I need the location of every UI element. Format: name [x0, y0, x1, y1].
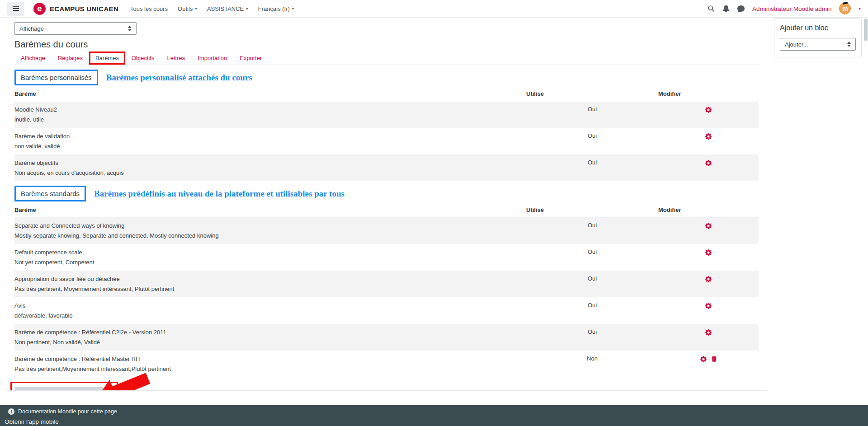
tab-importation[interactable]: Importation: [191, 51, 233, 65]
gear-icon[interactable]: [700, 356, 707, 362]
primary-nav: Tous les cours Outils▾ ASSISTANCE▾ Franç…: [130, 5, 294, 12]
user-menu-caret-icon[interactable]: ▾: [859, 7, 861, 11]
modify-cell: [658, 217, 759, 244]
scale-name-cell: Barème de compétence : Référentiel Maste…: [14, 351, 526, 377]
scale-values: Pas très pertinent, Moyennement intéress…: [14, 285, 526, 293]
scale-name: Moodle Niveau2: [14, 106, 526, 113]
scale-name-cell: Avisdéfavorable, favorable: [14, 297, 526, 324]
scale-name-cell: Default competence scaleNot yet competen…: [14, 244, 526, 271]
gear-icon[interactable]: [705, 249, 712, 256]
notifications-bell-icon[interactable]: [722, 5, 730, 12]
table-row: Barème de compétence : Référentiel C2i2e…: [14, 324, 759, 351]
used-cell: Oui: [526, 324, 658, 351]
add-block-title: Ajouter un bloc: [780, 24, 856, 32]
standard-scales-annotation: Barèmes prédéfinis au niveau de la plate…: [94, 189, 344, 199]
scale-values: inutile, utile: [14, 116, 526, 123]
modify-cell: [658, 101, 759, 128]
scale-values: défavorable, favorable: [14, 312, 526, 319]
course-scales-page: Affichage Barèmes du cours AffichageRégl…: [6, 18, 767, 391]
scale-name: Default competence scale: [14, 248, 526, 256]
trash-icon[interactable]: [711, 356, 717, 362]
moodle-docs-link[interactable]: Documentation Moodle pour cette page: [18, 408, 117, 415]
scale-name-cell: Barème de validationnon validé, validé: [14, 128, 526, 154]
tab-exporter[interactable]: Exporter: [233, 51, 268, 65]
scale-name: Barème objectifs: [14, 159, 526, 167]
hamburger-icon: [13, 8, 19, 9]
gear-icon[interactable]: [705, 160, 712, 166]
chevron-down-icon: ▾: [292, 7, 294, 11]
gear-icon[interactable]: [705, 329, 712, 336]
page-footer: i Documentation Moodle pour cette page O…: [0, 405, 868, 426]
scrollbar-thumb[interactable]: [864, 19, 868, 41]
chevron-down-icon: ▾: [195, 7, 197, 11]
table-row: Separate and Connected ways of knowingMo…: [14, 217, 759, 244]
column-header-modify: Modifier: [658, 88, 759, 101]
search-icon[interactable]: [708, 5, 715, 12]
tab-réglages[interactable]: Réglages: [52, 51, 89, 65]
top-navbar: e ECAMPUS UNICAEN Tous les cours Outils▾…: [0, 0, 868, 18]
table-row: Appropriation du savoir liée ou détachée…: [14, 271, 759, 297]
nav-item-language[interactable]: Français (fr)▾: [258, 5, 294, 12]
display-mode-select[interactable]: Affichage: [14, 22, 137, 35]
add-scale-row: Ajouter un nouveau barème: [14, 382, 759, 391]
standard-scales-heading: Barèmes standards: [14, 186, 86, 201]
scale-name-cell: Barème objectifsNon acquis, en cours d'a…: [14, 154, 526, 181]
standard-scales-section-head: Barèmes standards Barèmes prédéfinis au …: [14, 186, 759, 201]
add-block-panel: Ajouter un bloc Ajouter...: [774, 18, 862, 57]
add-new-scale-button[interactable]: Ajouter un nouveau barème: [15, 387, 103, 391]
avatar[interactable]: m: [839, 3, 851, 14]
tab-affichage[interactable]: Affichage: [14, 51, 52, 65]
select-arrows-icon: [128, 26, 132, 31]
column-header-scale: Barème: [14, 88, 526, 101]
scale-values: Non acquis, en cours d'acquisition, acqu…: [14, 169, 526, 177]
chevron-down-icon: ▾: [246, 7, 248, 11]
table-row: Default competence scaleNot yet competen…: [14, 244, 759, 271]
modify-cell: [658, 324, 759, 351]
nav-item-tools[interactable]: Outils▾: [178, 5, 197, 12]
gear-icon[interactable]: [705, 276, 712, 282]
used-cell: Oui: [526, 217, 658, 244]
table-row: Moodle Niveau2inutile, utileOui: [14, 101, 759, 128]
site-brand[interactable]: e ECAMPUS UNICAEN: [33, 3, 118, 15]
used-cell: Oui: [526, 128, 658, 154]
documentation-row: i Documentation Moodle pour cette page: [0, 408, 868, 415]
column-header-used: Utilisé: [526, 88, 658, 101]
column-header-used: Utilisé: [526, 204, 658, 217]
gear-icon[interactable]: [705, 107, 712, 113]
mobile-app-link[interactable]: Obtenir l'app mobile: [5, 418, 59, 425]
scale-name: Avis: [14, 302, 526, 309]
table-row: Avisdéfavorable, favorableOui: [14, 297, 759, 324]
gear-icon[interactable]: [705, 133, 712, 140]
scale-name-cell: Moodle Niveau2inutile, utile: [14, 101, 526, 128]
gear-icon[interactable]: [705, 223, 712, 229]
gear-icon[interactable]: [705, 303, 712, 309]
add-block-select[interactable]: Ajouter...: [780, 38, 856, 51]
table-row: Barème de validationnon validé, validéOu…: [14, 128, 759, 154]
user-menu-name[interactable]: Administrateur Moodle admin: [752, 5, 832, 12]
modify-cell: [658, 297, 759, 324]
settings-tabs: AffichageRéglagesBarèmesObjectifsLettres…: [14, 51, 759, 65]
scale-name-cell: Separate and Connected ways of knowingMo…: [14, 217, 526, 244]
nav-item-all-courses[interactable]: Tous les cours: [130, 5, 168, 12]
scale-values: Mostly separate knowing, Separate and co…: [14, 232, 526, 239]
scale-name: Appropriation du savoir liée ou détachée: [14, 275, 526, 283]
select-arrows-icon: [847, 42, 851, 47]
nav-item-assistance[interactable]: ASSISTANCE▾: [207, 5, 248, 12]
scale-values: Not yet competent, Competent: [14, 258, 526, 266]
messages-chat-icon[interactable]: [737, 5, 745, 12]
modify-cell: [658, 271, 759, 297]
ecampus-logo-icon: e: [33, 3, 46, 15]
graduation-cap-icon: [843, 2, 848, 5]
scale-name-cell: Barème de compétence : Référentiel C2i2e…: [14, 324, 526, 351]
scale-values: non validé, validé: [14, 142, 526, 150]
red-annotation-frame: Ajouter un nouveau barème: [10, 382, 118, 391]
tab-lettres[interactable]: Lettres: [161, 51, 192, 65]
column-header-modify: Modifier: [658, 204, 759, 217]
tab-barèmes[interactable]: Barèmes: [89, 51, 125, 65]
used-cell: Oui: [526, 297, 658, 324]
scale-values: Non pertinent, Non validé, Validé: [14, 338, 526, 346]
tab-objectifs[interactable]: Objectifs: [125, 51, 161, 65]
info-icon: i: [8, 408, 14, 415]
standard-scales-table: Barème Utilisé Modifier Separate and Con…: [14, 204, 759, 377]
hamburger-menu-button[interactable]: [7, 2, 24, 16]
